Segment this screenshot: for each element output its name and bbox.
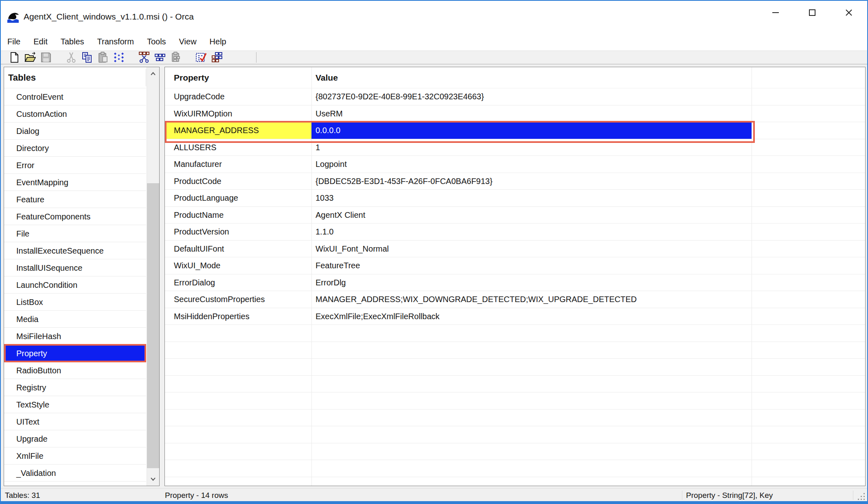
orca-window: AgentX_Client_windows_v1.1.0.msi () - Or…	[0, 0, 868, 504]
sidebar-item-textstyle[interactable]: TextStyle	[4, 396, 146, 413]
table-row[interactable]: ErrorDialogErrorDlg	[165, 274, 865, 291]
sidebar-scrollbar[interactable]	[147, 67, 159, 486]
value-cell[interactable]: UseRM	[311, 105, 752, 122]
sidebar-item-file[interactable]: File	[4, 225, 146, 242]
value-cell[interactable]: AgentX Client	[311, 207, 752, 224]
scroll-up-icon[interactable]	[147, 67, 159, 81]
new-file-icon[interactable]	[8, 52, 20, 63]
sidebar-item-dialog[interactable]: Dialog	[4, 123, 146, 140]
sidebar-item-customaction[interactable]: CustomAction	[4, 105, 146, 123]
menu-item-tools[interactable]: Tools	[140, 33, 173, 50]
menu-item-tables[interactable]: Tables	[54, 33, 91, 50]
value-cell[interactable]: Logpoint	[311, 156, 752, 173]
status-cell-type: Property - String[72], Key	[686, 489, 773, 502]
table-row[interactable]: ManufacturerLogpoint	[165, 156, 865, 173]
tables-panel-header: Tables	[4, 67, 146, 88]
table-row[interactable]: SecureCustomPropertiesMANAGER_ADDRESS;WI…	[165, 291, 865, 308]
table-row[interactable]: MsiHiddenPropertiesExecXmlFile;ExecXmlFi…	[165, 308, 865, 325]
value-cell[interactable]: 1.1.0	[311, 224, 752, 240]
column-header-value[interactable]: Value	[316, 67, 338, 88]
scroll-down-icon[interactable]	[147, 472, 159, 486]
value-cell[interactable]: 0.0.0.0	[311, 122, 752, 139]
value-cell[interactable]: {DBDEC52B-E3D1-453F-A26F-0FCA0BA6F913}	[311, 173, 752, 190]
cut-rows-icon[interactable]	[138, 52, 150, 63]
column-header-property[interactable]: Property	[174, 67, 209, 88]
sidebar-item-_validation[interactable]: _Validation	[4, 465, 146, 482]
table-empty-row	[165, 342, 865, 359]
table-row[interactable]: ProductNameAgentX Client	[165, 207, 865, 224]
merge-tables-icon[interactable]	[211, 52, 223, 63]
property-cell[interactable]: SecureCustomProperties	[165, 291, 311, 308]
table-row[interactable]: WixUIRMOptionUseRM	[165, 105, 865, 123]
sidebar-item-radiobutton[interactable]: RadioButton	[4, 362, 146, 379]
property-cell[interactable]: ALLUSERS	[165, 139, 311, 156]
property-cell[interactable]: ProductVersion	[165, 224, 311, 240]
value-cell[interactable]: ExecXmlFile;ExecXmlFileRollback	[311, 308, 752, 325]
table-row[interactable]: ProductLanguage1033	[165, 190, 865, 207]
orca-app-icon	[7, 10, 20, 23]
property-cell[interactable]: DefaultUIFont	[165, 241, 311, 257]
property-cell[interactable]: MsiHiddenProperties	[165, 308, 311, 325]
value-cell[interactable]: MANAGER_ADDRESS;WIX_DOWNGRADE_DETECTED;W…	[311, 291, 752, 308]
sidebar-item-property[interactable]: Property	[4, 345, 146, 362]
sidebar-item-installuisequence[interactable]: InstallUISequence	[4, 259, 146, 276]
property-cell[interactable]: MANAGER_ADDRESS	[165, 122, 311, 139]
property-cell[interactable]: UpgradeCode	[165, 88, 311, 105]
sidebar-item-controlevent[interactable]: ControlEvent	[4, 88, 146, 105]
menu-item-file[interactable]: File	[1, 33, 27, 50]
property-cell[interactable]: WixUI_Mode	[165, 257, 311, 274]
value-cell[interactable]: ErrorDlg	[311, 274, 752, 291]
table-empty-row	[165, 443, 865, 460]
sidebar-item-uitext[interactable]: UIText	[4, 413, 146, 430]
table-row[interactable]: WixUI_ModeFeatureTree	[165, 257, 865, 274]
sidebar-item-registry[interactable]: Registry	[4, 379, 146, 396]
sidebar-item-error[interactable]: Error	[4, 157, 146, 174]
table-empty-row	[165, 359, 865, 376]
sidebar-item-eventmapping[interactable]: EventMapping	[4, 174, 146, 191]
value-cell[interactable]: 1033	[311, 190, 752, 206]
menu-item-transform[interactable]: Transform	[91, 33, 140, 50]
table-row[interactable]: UpgradeCode{802737E0-9D2E-40E8-99E1-32C0…	[165, 88, 865, 105]
sidebar-item-installexecutesequence[interactable]: InstallExecuteSequence	[4, 242, 146, 259]
property-cell[interactable]: ErrorDialog	[165, 274, 311, 291]
table-row[interactable]: MANAGER_ADDRESS0.0.0.0	[165, 122, 865, 139]
copy-rows-icon[interactable]	[154, 52, 166, 63]
value-cell[interactable]: 1	[311, 139, 752, 156]
property-cell[interactable]: WixUIRMOption	[165, 105, 311, 122]
sidebar-item-xmlfile[interactable]: XmlFile	[4, 447, 146, 465]
sidebar-item-media[interactable]: Media	[4, 311, 146, 328]
copy-icon[interactable]	[81, 52, 93, 63]
sidebar-item-msifilehash[interactable]: MsiFileHash	[4, 328, 146, 345]
table-row[interactable]: ALLUSERS1	[165, 139, 865, 156]
scrollbar-thumb[interactable]	[147, 183, 159, 468]
validate-table-icon[interactable]	[195, 52, 207, 63]
property-cell[interactable]: ProductCode	[165, 173, 311, 190]
tables-list: ControlEventCustomActionDialogDirectoryE…	[4, 88, 146, 486]
menu-item-edit[interactable]: Edit	[27, 33, 54, 50]
value-cell[interactable]: FeatureTree	[311, 257, 752, 274]
property-cell[interactable]: ProductLanguage	[165, 190, 311, 206]
close-button[interactable]	[831, 1, 867, 24]
sidebar-item-upgrade[interactable]: Upgrade	[4, 430, 146, 447]
sidebar-item-feature[interactable]: Feature	[4, 191, 146, 208]
resize-grip[interactable]	[857, 492, 865, 500]
open-file-icon[interactable]	[24, 52, 36, 63]
value-cell[interactable]: WixUI_Font_Normal	[311, 241, 752, 257]
menu-item-view[interactable]: View	[173, 33, 203, 50]
value-cell[interactable]: {802737E0-9D2E-40E8-99E1-32C0923E4663}	[311, 88, 752, 105]
minimize-button[interactable]	[757, 1, 794, 24]
property-cell[interactable]: Manufacturer	[165, 156, 311, 173]
table-row[interactable]: DefaultUIFontWixUI_Font_Normal	[165, 241, 865, 258]
property-cell[interactable]: ProductName	[165, 207, 311, 224]
cut-icon	[65, 52, 77, 63]
menu-item-help[interactable]: Help	[203, 33, 233, 50]
sidebar-item-directory[interactable]: Directory	[4, 140, 146, 157]
binary-view-icon[interactable]	[113, 52, 125, 63]
sidebar-item-featurecomponents[interactable]: FeatureComponents	[4, 208, 146, 225]
table-row[interactable]: ProductCode{DBDEC52B-E3D1-453F-A26F-0FCA…	[165, 173, 865, 190]
panel-splitter[interactable]	[160, 67, 164, 486]
sidebar-item-listbox[interactable]: ListBox	[4, 294, 146, 311]
table-row[interactable]: ProductVersion1.1.0	[165, 224, 865, 241]
maximize-button[interactable]	[794, 1, 831, 24]
sidebar-item-launchcondition[interactable]: LaunchCondition	[4, 276, 146, 294]
